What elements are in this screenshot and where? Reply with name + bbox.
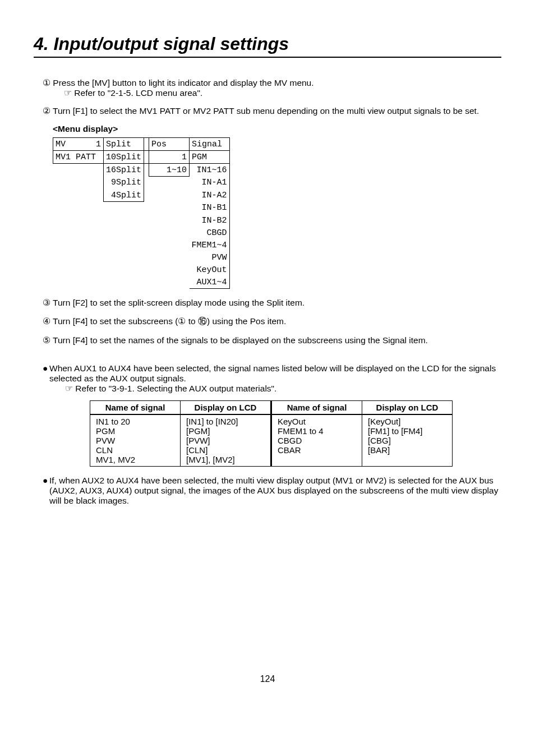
step-2-number: ② — [43, 106, 50, 116]
step-1-text: Press the [MV] button to light its indic… — [53, 78, 313, 87]
table-cell: [KeyOut] — [368, 417, 446, 426]
table-cell: [CLN] — [186, 445, 265, 455]
bullet-a-refer: Refer to "3-9-1. Selecting the AUX outpu… — [75, 384, 276, 393]
menu-r1a: MV1 PATT — [53, 151, 104, 164]
page-title: 4. Input/output signal settings — [34, 34, 501, 58]
step-3-number: ③ — [43, 298, 50, 307]
table-header: Name of signal — [271, 401, 362, 415]
step-2-text: Turn [F1] to select the MV1 PATT or MV2 … — [53, 106, 479, 116]
bullet-b-text: If, when AUX2 to AUX4 have been selected… — [49, 476, 498, 505]
menu-sig-opt-7: PVW — [190, 251, 230, 264]
menu-r1d: PGM — [190, 151, 230, 164]
table-cell: CLN — [96, 445, 174, 455]
menu-sig-opt-1: IN-A1 — [190, 177, 230, 190]
menu-h3 — [144, 138, 149, 151]
table-header: Display on LCD — [362, 401, 453, 415]
menu-h1: MV 1 — [53, 138, 104, 151]
menu-sig-opt-8: KeyOut — [190, 264, 230, 276]
step-4-text-c: ) using the Pos item. — [207, 316, 286, 326]
table-cell: CBGD — [278, 436, 356, 445]
menu-sig-opt-2: IN-A2 — [190, 189, 230, 202]
menu-sig-opt-0: IN1~16 — [190, 164, 230, 177]
table-cell: FMEM1 to 4 — [278, 426, 356, 436]
table-cell: KeyOut — [278, 417, 356, 426]
menu-split-opt-2: 4Split — [104, 189, 144, 202]
page-number: 124 — [34, 674, 501, 684]
table-cell: MV1, MV2 — [96, 455, 174, 464]
step-4-text-b: to — [186, 316, 198, 326]
step-1: ① Press the [MV] button to light its ind… — [43, 78, 501, 98]
menu-split-opt-0: 16Split — [104, 164, 144, 177]
menu-sig-opt-3: IN-B1 — [190, 202, 230, 215]
table-cell: [CBG] — [368, 436, 446, 445]
menu-r1c: 1 — [149, 151, 190, 164]
table-cell: IN1 to 20 — [96, 417, 174, 426]
table-cell: [BAR] — [368, 445, 446, 455]
menu-display-block: MV 1 Split Pos Signal MV1 PATT 10Split 1… — [53, 137, 501, 289]
menu-h5: Signal — [190, 138, 230, 151]
signal-table: Name of signal Display on LCD Name of si… — [90, 400, 453, 467]
step-3-text: Turn [F2] to set the split-screen displa… — [53, 298, 305, 307]
menu-h2: Split — [104, 138, 144, 151]
bullet-b: ●If, when AUX2 to AUX4 have been selecte… — [43, 476, 501, 506]
menu-display-label: <Menu display> — [53, 124, 501, 134]
table-cell: [PGM] — [186, 426, 265, 436]
bullet-a-text: When AUX1 to AUX4 have been selected, th… — [49, 363, 496, 383]
step-1-refer: Refer to "2-1-5. LCD menu area". — [74, 88, 202, 98]
pointer-icon: ☞ — [64, 88, 72, 98]
step-1-number: ① — [43, 78, 50, 87]
step-4-inner-1: ① — [178, 316, 186, 326]
table-cell: [IN1] to [IN20] — [186, 417, 265, 426]
table-header: Name of signal — [90, 401, 181, 415]
step-5-number: ⑤ — [43, 335, 50, 345]
menu-h4: Pos — [149, 138, 190, 151]
table-cell: PGM — [96, 426, 174, 436]
table-cell: [MV1], [MV2] — [186, 455, 265, 464]
menu-pos-opt: 1~10 — [149, 164, 190, 177]
step-4-number: ④ — [43, 316, 50, 326]
step-5: ⑤ Turn [F4] to set the names of the sign… — [43, 335, 501, 345]
menu-sig-opt-6: FMEM1~4 — [190, 239, 230, 251]
menu-split-opt-1: 9Split — [104, 177, 144, 190]
menu-r1-spacer — [144, 151, 149, 164]
menu-sig-opt-5: CBGD — [190, 227, 230, 239]
bullet-a: ●When AUX1 to AUX4 have been selected, t… — [43, 363, 501, 394]
table-cell: CBAR — [278, 445, 356, 455]
step-4-inner-16: ⑯ — [198, 316, 207, 326]
table-cell: [FM1] to [FM4] — [368, 426, 446, 436]
step-2: ② Turn [F1] to select the MV1 PATT or MV… — [43, 106, 501, 116]
table-header: Display on LCD — [181, 401, 271, 415]
step-4-text-a: Turn [F4] to set the subscreens ( — [53, 316, 178, 326]
step-3: ③ Turn [F2] to set the split-screen disp… — [43, 298, 501, 308]
bullet-icon: ● — [43, 363, 49, 374]
step-5-text: Turn [F4] to set the names of the signal… — [53, 335, 428, 345]
menu-sig-opt-4: IN-B2 — [190, 214, 230, 227]
menu-r1b: 10Split — [104, 151, 144, 164]
table-cell: PVW — [96, 436, 174, 445]
step-4: ④ Turn [F4] to set the subscreens (① to … — [43, 316, 501, 328]
pointer-icon: ☞ — [65, 384, 73, 393]
bullet-icon: ● — [43, 476, 49, 486]
menu-sig-opt-9: AUX1~4 — [190, 276, 230, 289]
table-cell: [PVW] — [186, 436, 265, 445]
